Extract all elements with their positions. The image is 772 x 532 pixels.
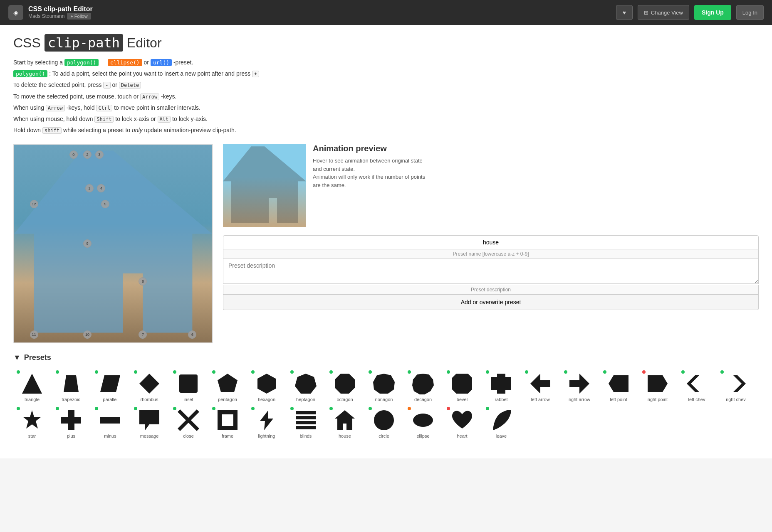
preset-item-right-arrow[interactable]: right arrow [561,369,598,404]
point-3[interactable]: 3 [95,150,104,159]
point-6[interactable]: 6 [188,330,196,339]
change-view-label: Change View [651,10,683,16]
point-0[interactable]: 0 [69,150,78,159]
svg-marker-5 [218,374,238,392]
point-2[interactable]: 2 [83,150,92,159]
preset-item-parallel[interactable]: parallel [92,369,129,404]
preset-item-octagon[interactable]: octagon [326,369,364,404]
preset-item-inset[interactable]: inset [170,369,207,404]
preset-item-trapezoid[interactable]: trapezoid [52,369,90,404]
preset-item-circle[interactable]: circle [365,405,403,440]
preset-label: close [183,433,194,438]
change-view-icon: ⊞ [644,10,648,16]
page-title: CSS clip-path Editor [13,35,759,51]
preset-item-rhombus[interactable]: rhombus [131,369,168,404]
svg-marker-9 [373,374,395,394]
follow-button[interactable]: + Follow [67,13,91,20]
preset-item-heart[interactable]: heart [443,405,481,440]
preset-item-message[interactable]: message [131,405,168,440]
preset-item-close[interactable]: close [170,405,207,440]
preset-label: circle [379,433,389,438]
preset-shape-decagon [411,372,435,395]
preset-item-ellipse[interactable]: ellipse [404,405,442,440]
preset-name-input[interactable] [223,235,759,249]
preset-label: parallel [103,397,117,402]
preset-item-right-point[interactable]: right point [639,369,676,404]
preset-item-nonagon[interactable]: nonagon [365,369,403,404]
preset-item-triangle[interactable]: triangle [13,369,51,404]
preset-form: Preset name [lowercase a-z + 0-9] Preset… [223,235,759,310]
preset-label: left arrow [531,397,549,402]
point-9[interactable]: 9 [83,239,92,248]
presets-toggle[interactable]: ▼ Presets [13,353,759,362]
main-content: CSS clip-path Editor Start by selecting … [0,25,772,458]
plus-kbd: + [252,71,259,77]
preset-item-lightning[interactable]: lightning [248,405,285,440]
preset-shape-circle [372,409,396,432]
preset-label: right arrow [569,397,590,402]
preset-item-left-chev[interactable]: left chev [678,369,715,404]
app-logo-icon: ◈ [8,5,23,20]
preset-item-plus[interactable]: plus [52,405,90,440]
point-4[interactable]: 4 [97,184,105,192]
instruction-line-6: When using mouse, hold down Shift to loc… [13,114,759,124]
point-8[interactable]: 8 [139,277,147,286]
add-preset-button[interactable]: Add or overwrite preset [223,295,759,310]
preset-dot [173,370,176,374]
preset-item-left-arrow[interactable]: left arrow [522,369,559,404]
preset-item-pentagon[interactable]: pentagon [209,369,246,404]
preset-description-input[interactable] [223,259,759,284]
preview-clip-shape [223,144,306,227]
preset-item-frame[interactable]: frame [209,405,246,440]
point-11[interactable]: 11 [30,330,38,339]
preset-item-star[interactable]: star [13,405,51,440]
preset-item-right-chev[interactable]: right chev [717,369,755,404]
preset-label: decagon [414,397,432,402]
svg-marker-11 [452,374,472,394]
svg-rect-21 [100,417,120,424]
preset-shape-right-arrow [568,372,591,395]
svg-rect-4 [179,374,198,393]
svg-marker-2 [100,375,120,392]
preset-dot [603,370,606,374]
preset-shape-inset [177,372,200,395]
preset-item-blinds[interactable]: blinds [287,405,324,440]
point-7[interactable]: 7 [139,330,147,339]
preset-dot [447,370,450,374]
title-end: Editor [123,35,161,50]
ellipse-badge: ellipse() [108,59,142,66]
preset-item-heptagon[interactable]: heptagon [287,369,324,404]
preset-label: inset [183,397,193,402]
preset-dot [329,370,333,374]
preset-item-rabbet[interactable]: rabbet [482,369,520,404]
preset-shape-right-chev [724,372,747,395]
preset-dot [525,370,528,374]
point-10[interactable]: 10 [83,330,92,339]
polygon-badge-2: polygon() [13,70,47,77]
preset-item-decagon[interactable]: decagon [404,369,442,404]
preset-dot [408,370,411,374]
preset-item-leave[interactable]: leave [482,405,520,440]
point-1[interactable]: 1 [85,184,94,192]
instruction-line-5: When using Arrow -keys, hold Ctrl to mov… [13,103,759,113]
preset-item-house[interactable]: house [326,405,364,440]
clip-canvas[interactable]: 0 1 2 3 4 5 6 7 8 9 10 11 12 [13,144,213,343]
preset-item-minus[interactable]: minus [92,405,129,440]
polygon-badge: polygon() [64,59,99,66]
point-5[interactable]: 5 [101,200,109,208]
preset-shape-left-arrow [529,372,552,395]
point-12[interactable]: 12 [30,200,38,208]
svg-marker-17 [687,375,699,392]
app-subtitle: Mads Stoumann + Follow [28,13,93,20]
login-button[interactable]: Log In [736,5,764,20]
instruction-line-7: Hold down shift while selecting a preset… [13,125,759,135]
change-view-button[interactable]: ⊞ Change View [638,5,689,20]
heart-button[interactable]: ♥ [616,5,633,20]
preview-image[interactable] [223,144,306,227]
preset-dot [95,407,98,410]
signup-button[interactable]: Sign Up [694,5,731,20]
preset-item-bevel[interactable]: bevel [443,369,481,404]
preset-item-left-point[interactable]: left point [600,369,637,404]
preset-item-hexagon[interactable]: hexagon [248,369,285,404]
app-header: ◈ CSS clip-path Editor Mads Stoumann + F… [0,0,772,25]
